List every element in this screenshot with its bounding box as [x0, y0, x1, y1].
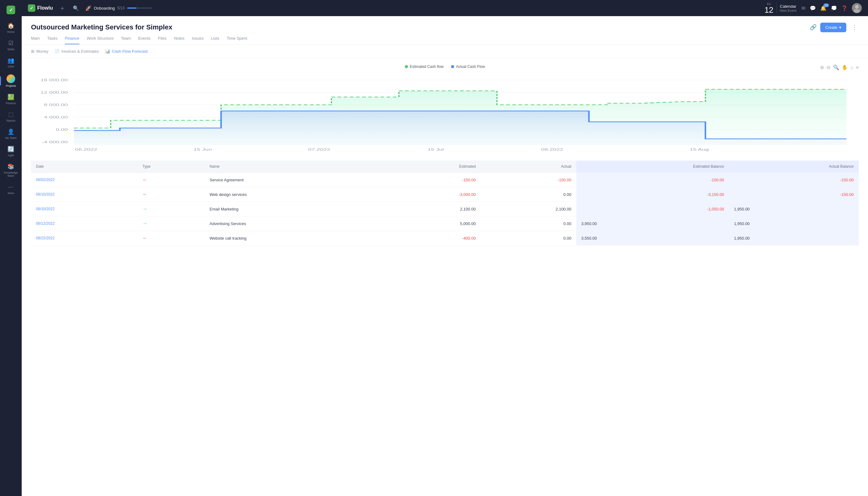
sub-tabs: ⊞ Money 📄 Invoices & Estimates 📊 Cash Fl… — [22, 45, 868, 58]
tab-issues[interactable]: Issues — [192, 36, 204, 44]
notification-icon[interactable]: 🔔 13 — [820, 5, 826, 11]
svg-text:15 Aug: 15 Aug — [690, 148, 709, 151]
page-actions: 🔗 Create ▾ ⋮ — [810, 22, 859, 32]
tab-notes[interactable]: Notes — [174, 36, 184, 44]
cashflow-icon: 📊 — [105, 49, 110, 53]
chart-container: 16 000.00 12 000.00 8 000.00 4 000.00 0.… — [31, 74, 859, 154]
create-button[interactable]: Create ▾ — [820, 22, 846, 32]
sidebar-item-tasks[interactable]: ☑ Tasks — [0, 36, 22, 54]
chart-zoom-out-icon[interactable]: ⊖ — [826, 64, 831, 71]
topbar-logo[interactable]: ✓ Flowlu — [28, 4, 53, 12]
cell-actual: -150.00 — [481, 173, 576, 187]
finance-icon: 💹 — [7, 94, 14, 100]
chart-section: Estimated Cash flow Actual Cash Flow ⊕ ⊖… — [22, 58, 868, 160]
tab-main[interactable]: Main — [31, 36, 40, 44]
cell-act-balance: 1,950.00 — [729, 202, 859, 216]
cell-actual: 2,100.00 — [481, 202, 576, 216]
onboarding-label: Onboarding — [94, 6, 115, 11]
sidebar-item-finance[interactable]: 💹 Finance — [0, 91, 22, 108]
arrow-out-icon: ← — [143, 191, 148, 197]
chart-zoom-in-icon[interactable]: ⊕ — [820, 64, 824, 71]
sidebar-label-myteam: My Team — [5, 136, 16, 140]
link-icon[interactable]: 🔗 — [810, 24, 817, 31]
tasks-icon: ☑ — [9, 40, 13, 46]
cell-est-balance: 3,950.00 — [576, 216, 729, 231]
sub-tab-cashflow[interactable]: 📊 Cash Flow Forecast — [105, 49, 148, 53]
cell-est-balance: -150.00 — [576, 173, 729, 187]
svg-text:06.2022: 06.2022 — [75, 148, 97, 151]
cash-flow-table: Date Type Name Estimated Actual Estimate… — [31, 160, 859, 246]
onboarding-indicator[interactable]: 🚀 Onboarding 5/13 — [85, 5, 420, 11]
chart-pan-icon[interactable]: ✋ — [842, 64, 848, 71]
tab-lists[interactable]: Lists — [211, 36, 219, 44]
more-options-button[interactable]: ⋮ — [850, 22, 859, 32]
table-row: 06/10/2022 → Email Marketing 2,100.00 2,… — [31, 202, 859, 216]
sidebar-label-spaces: Spaces — [6, 119, 16, 122]
cell-type: ← — [138, 173, 205, 187]
calendar-number: 12 — [764, 6, 773, 14]
arrow-in-icon: → — [143, 206, 148, 212]
svg-text:15 Jul: 15 Jul — [428, 148, 444, 151]
cell-name: Advertising Services — [205, 216, 380, 231]
sidebar-label-knowledge: Knowledge Base — [2, 171, 20, 177]
tab-work-structure[interactable]: Work Structure — [87, 36, 113, 44]
tab-tasks[interactable]: Tasks — [47, 36, 57, 44]
chart-search-icon[interactable]: 🔍 — [833, 64, 839, 71]
sidebar-item-more[interactable]: ⋯ More — [0, 181, 22, 198]
onboarding-progress-fill — [127, 7, 136, 9]
legend-actual: Actual Cash Flow — [451, 64, 485, 69]
cell-estimated: 2,100.00 — [380, 202, 480, 216]
help-icon[interactable]: ❓ — [841, 5, 848, 11]
chart-menu-icon[interactable]: ≡ — [856, 65, 859, 71]
tab-events[interactable]: Events — [138, 36, 151, 44]
sidebar-label-finance: Finance — [6, 102, 16, 105]
chart-home-icon[interactable]: ⌂ — [850, 65, 853, 71]
table-row: 06/10/2022 ← Web design services -3,000.… — [31, 187, 859, 202]
create-chevron: ▾ — [839, 25, 841, 30]
mail-icon[interactable]: ✉ — [801, 5, 805, 11]
cell-est-balance: -1,050.00 — [576, 202, 729, 216]
sidebar-label-projects: Projects — [6, 84, 16, 88]
sidebar-item-myteam[interactable]: 👤 My Team — [0, 125, 22, 143]
user-avatar[interactable] — [852, 3, 862, 13]
calendar-subtitle: New Event — [780, 9, 796, 12]
projects-icon — [6, 74, 15, 83]
calendar-date: Fri 12 — [764, 2, 773, 14]
topbar-logo-icon: ✓ — [28, 4, 35, 12]
sidebar: ✓ 🏠 Home ☑ Tasks 👥 CRM Projects 💹 Financ… — [0, 0, 22, 496]
tab-time-spent[interactable]: Time Spent — [227, 36, 247, 44]
notification-badge: 13 — [823, 3, 829, 7]
sidebar-label-agile: Agile — [8, 154, 14, 157]
calendar-info: Calendar New Event — [780, 4, 796, 12]
money-label: Money — [36, 49, 48, 53]
tab-finance[interactable]: Finance — [65, 36, 79, 44]
cell-act-balance: -150.00 — [729, 187, 859, 202]
chat-icon[interactable]: 💬 — [810, 5, 816, 11]
calendar-title: Calendar — [780, 4, 796, 9]
calendar-widget[interactable]: Fri 12 Calendar New Event — [764, 2, 796, 14]
money-icon: ⊞ — [31, 49, 34, 53]
sub-tab-money[interactable]: ⊞ Money — [31, 49, 48, 53]
speech-icon[interactable]: 💭 — [831, 5, 837, 11]
sidebar-item-home[interactable]: 🏠 Home — [0, 19, 22, 36]
sub-tab-invoices[interactable]: 📄 Invoices & Estimates — [55, 49, 99, 53]
svg-text:4 000.00: 4 000.00 — [44, 115, 68, 119]
sidebar-item-projects[interactable]: Projects — [0, 71, 22, 91]
svg-text:8 000.00: 8 000.00 — [44, 103, 68, 107]
sidebar-item-knowledge[interactable]: 📚 Knowledge Base — [0, 160, 22, 181]
topbar-search-button[interactable]: 🔍 — [72, 4, 80, 12]
cell-date: 06/02/2022 — [31, 173, 138, 187]
cell-date: 06/12/2022 — [31, 216, 138, 231]
cell-type: → — [138, 216, 205, 231]
sidebar-item-spaces[interactable]: ⬚ Spaces — [0, 108, 22, 125]
cell-date: 06/10/2022 — [31, 187, 138, 202]
tab-team[interactable]: Team — [121, 36, 131, 44]
topbar-plus-button[interactable]: ＋ — [58, 3, 67, 14]
myteam-icon: 👤 — [7, 128, 14, 135]
col-date: Date — [31, 160, 138, 173]
tab-files[interactable]: Files — [158, 36, 167, 44]
app-logo[interactable]: ✓ — [6, 3, 15, 19]
home-icon: 🏠 — [7, 22, 14, 29]
sidebar-item-agile[interactable]: 🔄 Agile — [0, 143, 22, 160]
sidebar-item-crm[interactable]: 👥 CRM — [0, 54, 22, 71]
